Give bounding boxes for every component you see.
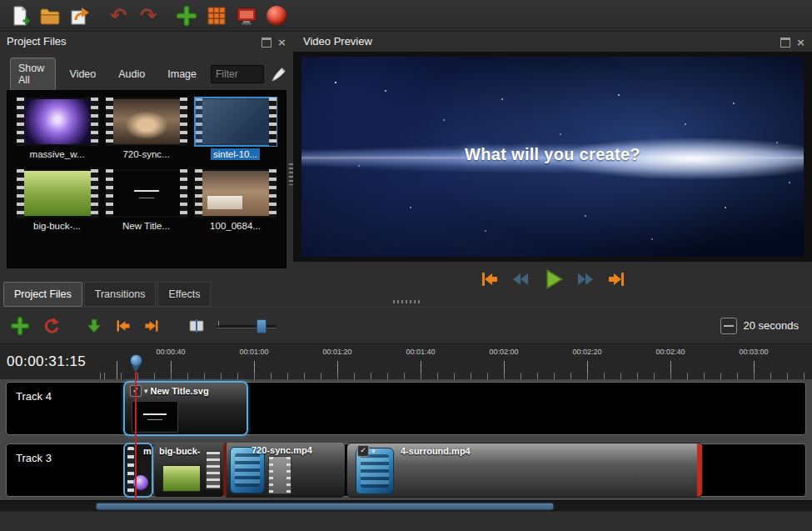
- snapping-button[interactable]: [42, 317, 60, 335]
- timeline-ruler[interactable]: 00:00:40 00:01:00 00:01:20 00:01:40 00:0…: [92, 344, 812, 380]
- project-file-item[interactable]: 100_0684...: [191, 169, 280, 231]
- add-marker-button[interactable]: [85, 317, 103, 335]
- zoom-slider-tick: [218, 321, 219, 326]
- redo-button[interactable]: ↷: [135, 3, 162, 29]
- file-thumbnail: [106, 98, 187, 146]
- clip-new-title-svg[interactable]: ✓ ▾ New Title.svg: [123, 381, 248, 436]
- filmstrip-icon: [268, 456, 291, 494]
- timeline-scrollbar-handle[interactable]: [96, 503, 554, 510]
- add-track-icon: [10, 316, 30, 336]
- horizontal-splitter-handle[interactable]: [393, 300, 421, 303]
- project-files-panel: Project Files × Show All Video Audio Ima…: [0, 32, 293, 307]
- undo-button[interactable]: ↶: [105, 3, 132, 29]
- panel-bottom-tabs: Project Files Transitions Effects: [3, 280, 211, 307]
- filter-tab-audio[interactable]: Audio: [110, 63, 153, 85]
- clip-menu-icon[interactable]: ▾: [371, 447, 376, 455]
- clip-massive[interactable]: m: [123, 443, 153, 498]
- center-playhead-button[interactable]: [188, 318, 205, 334]
- clip-thumbnail: [132, 401, 178, 433]
- tab-effects[interactable]: Effects: [157, 282, 211, 307]
- export-video-button[interactable]: [263, 3, 290, 29]
- playhead-marker[interactable]: [130, 354, 142, 372]
- jump-to-end-button[interactable]: [606, 269, 626, 289]
- fullscreen-button[interactable]: [233, 3, 260, 29]
- clip-trim-handle[interactable]: [697, 443, 702, 497]
- close-panel-icon[interactable]: ×: [277, 38, 286, 47]
- jump-to-start-button[interactable]: [480, 269, 500, 289]
- clip-menu-icon[interactable]: ▾: [144, 387, 148, 395]
- file-thumbnail: [17, 98, 98, 146]
- project-file-item-selected[interactable]: sintel-10...: [191, 98, 280, 159]
- rewind-icon: [511, 269, 531, 289]
- file-name: 720-sync...: [120, 148, 172, 160]
- clip-720-sync[interactable]: 720-sync.mp4: [223, 443, 345, 498]
- timeline-ruler-row: 00:00:31:15 00:00:40 00:01:00 00:01:20 0…: [0, 343, 812, 380]
- import-files-button[interactable]: [173, 3, 200, 29]
- video-frame: What will you create?: [301, 57, 804, 257]
- add-track-button[interactable]: [10, 316, 30, 336]
- clear-filter-button[interactable]: [270, 65, 288, 83]
- video-zone: What will you create?: [293, 52, 812, 262]
- tab-transitions[interactable]: Transitions: [84, 282, 157, 307]
- video-overlay-text: What will you create?: [301, 145, 804, 164]
- ruler-tick-label: 00:00:40: [156, 348, 185, 356]
- center-playhead-icon: [188, 318, 205, 334]
- open-project-button[interactable]: [37, 3, 63, 29]
- video-preview-panel-title: Video Preview: [303, 35, 372, 48]
- track-name: Track 3: [16, 452, 52, 464]
- previous-marker-icon: [115, 318, 132, 334]
- main-toolbar: ↶ ↷: [0, 0, 812, 32]
- ruler-minor-ticks: [92, 373, 812, 379]
- timeline-scrollbar: [0, 500, 812, 512]
- zoom-slider-handle[interactable]: [257, 319, 267, 333]
- choose-profile-button[interactable]: [203, 3, 230, 29]
- save-project-button[interactable]: [67, 3, 93, 29]
- project-files-grid: massive_w... 720-sync... sintel-10... bi…: [7, 90, 286, 268]
- filter-input[interactable]: [211, 65, 264, 83]
- panel-dock-buttons: ×: [262, 38, 286, 48]
- filmstrip-sprockets: [127, 447, 134, 493]
- vertical-splitter-handle[interactable]: [289, 163, 293, 185]
- next-marker-button[interactable]: [143, 318, 160, 334]
- track-name: Track 4: [16, 390, 52, 403]
- fast-forward-icon: [575, 269, 595, 289]
- project-file-item[interactable]: big-buck-...: [12, 169, 102, 231]
- project-file-item[interactable]: massive_w...: [12, 98, 102, 159]
- tab-project-files[interactable]: Project Files: [3, 282, 82, 307]
- clip-surround[interactable]: ✓ ▾ 4-surround.mp4: [346, 443, 703, 498]
- fast-forward-button[interactable]: [575, 269, 595, 289]
- rewind-button[interactable]: [511, 269, 531, 289]
- filter-tab-image[interactable]: Image: [159, 63, 205, 85]
- ruler-tick-label: 00:02:00: [489, 348, 518, 356]
- file-name: New Title...: [120, 220, 172, 232]
- project-file-item[interactable]: 720-sync...: [102, 98, 191, 159]
- play-button[interactable]: [541, 268, 565, 291]
- float-panel-icon[interactable]: [262, 38, 271, 48]
- clip-big-buck[interactable]: big-buck-: [153, 443, 225, 498]
- undo-icon: ↶: [110, 6, 127, 26]
- file-name: sintel-10...: [211, 148, 260, 160]
- zoom-scale-label: 20 seconds: [744, 319, 800, 332]
- float-panel-icon[interactable]: [780, 38, 790, 48]
- clip-effect-check-icon[interactable]: ✓: [357, 445, 369, 457]
- timeline-tracks-area: Track 4 Track 3 ✓ ▾ New Title.svg m big-…: [0, 379, 812, 500]
- filter-tab-video[interactable]: Video: [62, 63, 105, 85]
- filter-tab-show-all[interactable]: Show All: [10, 58, 56, 91]
- project-file-item[interactable]: New Title...: [102, 169, 191, 231]
- playhead-ball: [130, 354, 142, 367]
- close-panel-icon[interactable]: ×: [796, 38, 805, 47]
- ruler-tick-label: 00:02:20: [572, 348, 601, 356]
- previous-marker-button[interactable]: [115, 318, 132, 334]
- ruler-tick-label: 00:02:40: [655, 348, 685, 356]
- snapping-icon: [42, 317, 60, 335]
- zoom-scale-icon[interactable]: [720, 318, 737, 334]
- clip-label: m: [143, 446, 152, 456]
- clip-label: 720-sync.mp4: [252, 445, 312, 455]
- import-files-icon: [176, 5, 197, 27]
- open-folder-icon: [39, 5, 61, 27]
- export-video-icon: [267, 6, 286, 26]
- ruler-tick-label: 00:01:00: [239, 348, 268, 356]
- project-files-panel-title: Project Files: [7, 35, 67, 48]
- ruler-tick-label: 00:03:00: [739, 348, 768, 356]
- new-project-button[interactable]: [7, 3, 33, 29]
